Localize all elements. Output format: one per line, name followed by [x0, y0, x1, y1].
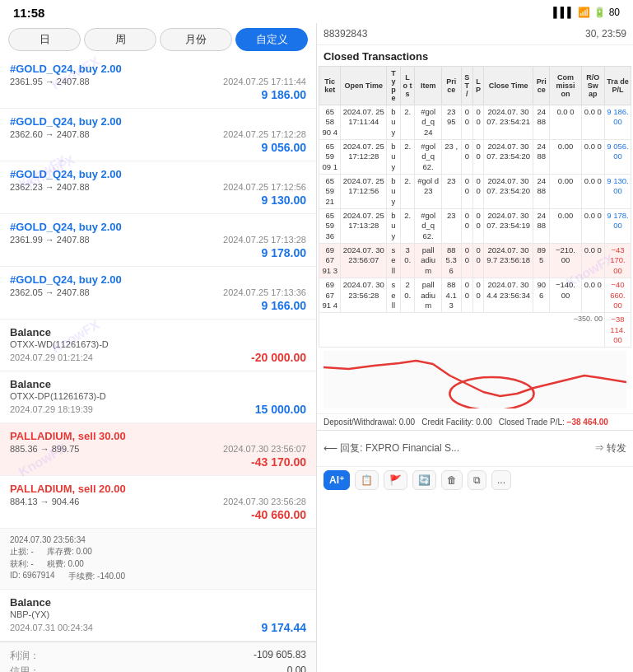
- header-id: 88392843: [323, 28, 367, 40]
- list-item[interactable]: #GOLD_Q24, buy 2.00 2362.60 → 2407.88 20…: [0, 109, 316, 161]
- list-item[interactable]: #GOLD_Q24, buy 2.00 2361.99 → 2407.88 20…: [0, 214, 316, 267]
- list-item[interactable]: #GOLD_Q24, buy 2.00 2362.23 → 2407.88 20…: [0, 161, 316, 214]
- cell-commission: 0.00: [550, 209, 581, 244]
- cell-commission: −210. 00: [550, 244, 581, 278]
- flag-button[interactable]: 🚩: [384, 470, 407, 490]
- cell-lp: 0 0: [473, 209, 484, 244]
- table-row: 65 58 90 4 2024.07. 25 17:11:44 b u y 2.…: [319, 105, 631, 140]
- cell-type: b u y: [387, 175, 401, 209]
- cell-ticket: 65 59 36: [319, 209, 341, 244]
- battery-icon: 🔋: [593, 7, 606, 18]
- sub-date: 2024.07.30 23:56:34: [10, 535, 86, 544]
- cell-lots: 2.: [400, 209, 415, 244]
- tx-sub: OTXX-WD(11261673)-D: [10, 339, 306, 349]
- tab-month[interactable]: 月份: [160, 28, 232, 51]
- more-button[interactable]: ...: [491, 470, 511, 490]
- label-id: ID: 6967914: [10, 571, 55, 582]
- cell-lp: 0 0: [473, 244, 484, 278]
- cell-type: b u y: [387, 140, 401, 175]
- delete-button[interactable]: 🗑: [441, 470, 463, 490]
- list-item[interactable]: Balance OTXX-DP(11261673)-D 2024.07.29 1…: [0, 371, 316, 423]
- clipboard-button[interactable]: 📋: [355, 470, 379, 490]
- tx-datetime: 2024.07.30 23:56:07: [223, 444, 306, 454]
- table-row: 69 67 91 4 2024.07. 30 23:56:28 s e ll 2…: [319, 278, 631, 313]
- list-item[interactable]: Balance NBP-(YX) 2024.07.31 00:24:34 9 1…: [0, 590, 316, 642]
- cell-closeprice: 24 88: [533, 140, 550, 175]
- cell-swap: 0.0 0: [581, 175, 604, 209]
- wifi-icon: 📶: [578, 7, 590, 18]
- summary-row: Deposit/Withdrawal: 0.00 Credit Facility…: [317, 413, 633, 430]
- cell-lp: 0 0: [473, 140, 484, 175]
- tx-datetime: 2024.07.25 17:11:44: [223, 77, 306, 86]
- list-item[interactable]: #GOLD_Q24, buy 2.00 2361.95 → 2407.88 20…: [0, 56, 316, 109]
- cell-item: #gol d 23: [415, 175, 441, 209]
- tx-title: PALLADIUM, sell 20.00: [10, 483, 306, 495]
- cell-price: 88 5.3 6: [441, 244, 461, 278]
- status-time: 11:58: [13, 6, 44, 20]
- forward-label[interactable]: ⇒ 转发: [594, 441, 626, 455]
- cell-sl: 0 0: [461, 244, 472, 278]
- cell-closetime: 2024.07. 30 07. 23:54:21: [484, 105, 533, 140]
- tx-amount: 9 166.00: [262, 299, 307, 312]
- list-item[interactable]: #GOLD_Q24, buy 2.00 2362.05 → 2407.88 20…: [0, 267, 316, 320]
- tx-title: #GOLD_Q24, buy 2.00: [10, 63, 306, 75]
- list-item[interactable]: Balance OTXX-WD(11261673)-D 2024.07.29 0…: [0, 320, 316, 371]
- cell-sl: 0 0: [461, 140, 472, 175]
- list-item[interactable]: PALLADIUM, sell 30.00 885.36 → 899.75 20…: [0, 423, 316, 476]
- tx-title: Balance: [10, 378, 306, 390]
- cell-price: 23 ,: [441, 140, 461, 175]
- tab-custom[interactable]: 自定义: [235, 28, 308, 51]
- cell-closeprice: 24 88: [533, 175, 550, 209]
- tx-price: 2362.23 → 2407.88: [10, 182, 90, 192]
- reply-label[interactable]: ⟵ 回复: FXPRO Financial S...: [323, 441, 589, 455]
- refresh-button[interactable]: 🔄: [412, 470, 436, 490]
- cell-sl: 0 0: [461, 209, 472, 244]
- table-row: 69 67 91 3 2024.07. 30 23:56:07 s e ll 3…: [319, 244, 631, 278]
- cell-sl: 0 0: [461, 105, 472, 140]
- col-ticket: Tic ket: [319, 67, 341, 105]
- tx-datetime: 2024.07.29 01:21:24: [10, 352, 93, 362]
- tx-title: Balance: [10, 326, 306, 338]
- cell-commission: 0.00: [550, 175, 581, 209]
- svg-rect-0: [323, 351, 626, 408]
- col-opentime: Open Time: [341, 67, 387, 105]
- list-item[interactable]: PALLADIUM, sell 20.00 884.13 → 904.46 20…: [0, 476, 316, 529]
- cell-type: b u y: [387, 209, 401, 244]
- cell-ticket: 65 59 09 1: [319, 140, 341, 175]
- val-credit: 0.00: [287, 665, 306, 672]
- label-continuation: 手续费: -140.00: [68, 571, 125, 582]
- ai-button[interactable]: AI⁺: [323, 470, 350, 490]
- tx-datetime: 2024.07.29 18:19:39: [10, 404, 93, 414]
- transaction-list: #GOLD_Q24, buy 2.00 2361.95 → 2407.88 20…: [0, 56, 316, 642]
- cell-lp: 0 0: [473, 278, 484, 313]
- cell-extra-pnl: −38 114. 00: [605, 313, 631, 348]
- cell-type: b u y: [387, 105, 401, 140]
- tx-datetime: 2024.07.25 17:12:28: [223, 129, 306, 139]
- cell-ticket: 69 67 91 3: [319, 244, 341, 278]
- tx-amount: 9 056.00: [262, 141, 307, 154]
- tab-week[interactable]: 周: [84, 28, 156, 51]
- summary-deposit: Deposit/Withdrawal: 0.00: [323, 418, 415, 427]
- cell-opentime: 2024.07. 25 17:13:28: [341, 209, 387, 244]
- summary-credit: Credit Facility: 0.00: [421, 418, 492, 427]
- cell-lp: 0 0: [473, 105, 484, 140]
- tx-amount: 9 130.00: [262, 194, 307, 207]
- tab-day[interactable]: 日: [8, 28, 81, 51]
- copy-button[interactable]: ⧉: [468, 470, 486, 490]
- tx-sub: NBP-(YX): [10, 609, 306, 619]
- col-closeprice: Pri ce: [533, 67, 550, 105]
- cell-swap: 0.0 0: [581, 244, 604, 278]
- col-item: Item: [415, 67, 441, 105]
- col-tradepnl: Tra de P/L: [605, 67, 631, 105]
- cell-opentime: 2024.07. 30 23:56:28: [341, 278, 387, 313]
- cell-closeprice: 24 88: [533, 105, 550, 140]
- tx-title: PALLADIUM, sell 30.00: [10, 430, 306, 442]
- cell-tradepnl: −43 170. 00: [605, 244, 631, 278]
- ai-toolbar: AI⁺ 📋 🚩 🔄 🗑 ⧉ ...: [317, 466, 633, 493]
- cell-lots: 2 0.: [400, 278, 415, 313]
- label-profit: 利润：: [10, 649, 40, 663]
- cell-swap: 0.0 0: [581, 105, 604, 140]
- header-date: 30, 23:59: [585, 28, 626, 40]
- cell-extra: −350. 00: [319, 313, 605, 348]
- tx-amount: 9 186.00: [262, 88, 307, 101]
